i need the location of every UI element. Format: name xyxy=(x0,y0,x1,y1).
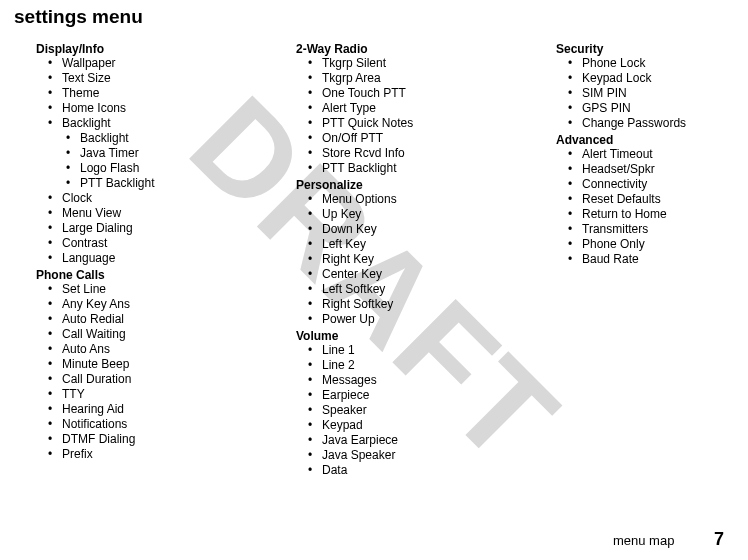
list-item: Return to Home xyxy=(568,207,748,222)
list-item: Headset/Spkr xyxy=(568,162,748,177)
section-security: Security xyxy=(556,42,748,56)
list-item: Call Waiting xyxy=(48,327,236,342)
page-content: settings menu Display/Info Wallpaper Tex… xyxy=(0,0,748,478)
list-item: Minute Beep xyxy=(48,357,236,372)
list-item: Language xyxy=(48,251,236,266)
list-item: Data xyxy=(308,463,496,478)
list-item: Reset Defaults xyxy=(568,192,748,207)
page-title: settings menu xyxy=(14,6,718,28)
list-item: Any Key Ans xyxy=(48,297,236,312)
list-item: Line 1 xyxy=(308,343,496,358)
menu-columns: Display/Info Wallpaper Text Size Theme H… xyxy=(14,40,718,478)
list-item: Keypad xyxy=(308,418,496,433)
list-item: Change Passwords xyxy=(568,116,748,131)
list-item: GPS PIN xyxy=(568,101,748,116)
list-item: Menu Options xyxy=(308,192,496,207)
list-item: PTT Quick Notes xyxy=(308,116,496,131)
list-item: Java Earpiece xyxy=(308,433,496,448)
list-item: Backlight xyxy=(48,116,236,131)
list-item: Power Up xyxy=(308,312,496,327)
list-item: Alert Type xyxy=(308,101,496,116)
list-item: Connectivity xyxy=(568,177,748,192)
list-item: Transmitters xyxy=(568,222,748,237)
column-3: Security Phone Lock Keypad Lock SIM PIN … xyxy=(556,40,748,478)
list-item: Text Size xyxy=(48,71,236,86)
list-item: Auto Redial xyxy=(48,312,236,327)
list-item: Large Dialing xyxy=(48,221,236,236)
list-item: Messages xyxy=(308,373,496,388)
list-item: Alert Timeout xyxy=(568,147,748,162)
list-item: Hearing Aid xyxy=(48,402,236,417)
section-volume: Volume xyxy=(296,329,496,343)
list-item: TTY xyxy=(48,387,236,402)
list-item: Home Icons xyxy=(48,101,236,116)
section-advanced: Advanced xyxy=(556,133,748,147)
section-2way-radio: 2-Way Radio xyxy=(296,42,496,56)
list-item: Call Duration xyxy=(48,372,236,387)
list-item: Set Line xyxy=(48,282,236,297)
list-item: Auto Ans xyxy=(48,342,236,357)
list-item: PTT Backlight xyxy=(308,161,496,176)
list-item: Tkgrp Area xyxy=(308,71,496,86)
list-item: SIM PIN xyxy=(568,86,748,101)
column-2: 2-Way Radio Tkgrp Silent Tkgrp Area One … xyxy=(296,40,496,478)
section-personalize: Personalize xyxy=(296,178,496,192)
list-item: On/Off PTT xyxy=(308,131,496,146)
list-item: Theme xyxy=(48,86,236,101)
list-item: Line 2 xyxy=(308,358,496,373)
list-item: Notifications xyxy=(48,417,236,432)
list-item: Phone Only xyxy=(568,237,748,252)
list-item: Tkgrp Silent xyxy=(308,56,496,71)
list-item: Down Key xyxy=(308,222,496,237)
list-item: Up Key xyxy=(308,207,496,222)
list-item: Clock xyxy=(48,191,236,206)
list-item: Earpiece xyxy=(308,388,496,403)
list-item: Speaker xyxy=(308,403,496,418)
list-item: One Touch PTT xyxy=(308,86,496,101)
list-item: Prefix xyxy=(48,447,236,462)
list-item: Store Rcvd Info xyxy=(308,146,496,161)
list-item: PTT Backlight xyxy=(66,176,236,191)
list-item: Center Key xyxy=(308,267,496,282)
section-display-info: Display/Info xyxy=(36,42,236,56)
list-item: Wallpaper xyxy=(48,56,236,71)
list-item: Backlight xyxy=(66,131,236,146)
list-item: Contrast xyxy=(48,236,236,251)
list-item: Right Softkey xyxy=(308,297,496,312)
list-item: Baud Rate xyxy=(568,252,748,267)
list-item: Phone Lock xyxy=(568,56,748,71)
list-item: Logo Flash xyxy=(66,161,236,176)
list-item: DTMF Dialing xyxy=(48,432,236,447)
footer-label: menu map xyxy=(613,533,674,548)
section-phone-calls: Phone Calls xyxy=(36,268,236,282)
page-footer: menu map 7 xyxy=(613,529,724,550)
list-item: Java Timer xyxy=(66,146,236,161)
list-item: Keypad Lock xyxy=(568,71,748,86)
list-item: Menu View xyxy=(48,206,236,221)
list-item: Java Speaker xyxy=(308,448,496,463)
column-1: Display/Info Wallpaper Text Size Theme H… xyxy=(36,40,236,478)
page-number: 7 xyxy=(714,529,724,549)
list-item: Left Softkey xyxy=(308,282,496,297)
list-item: Right Key xyxy=(308,252,496,267)
list-item: Left Key xyxy=(308,237,496,252)
